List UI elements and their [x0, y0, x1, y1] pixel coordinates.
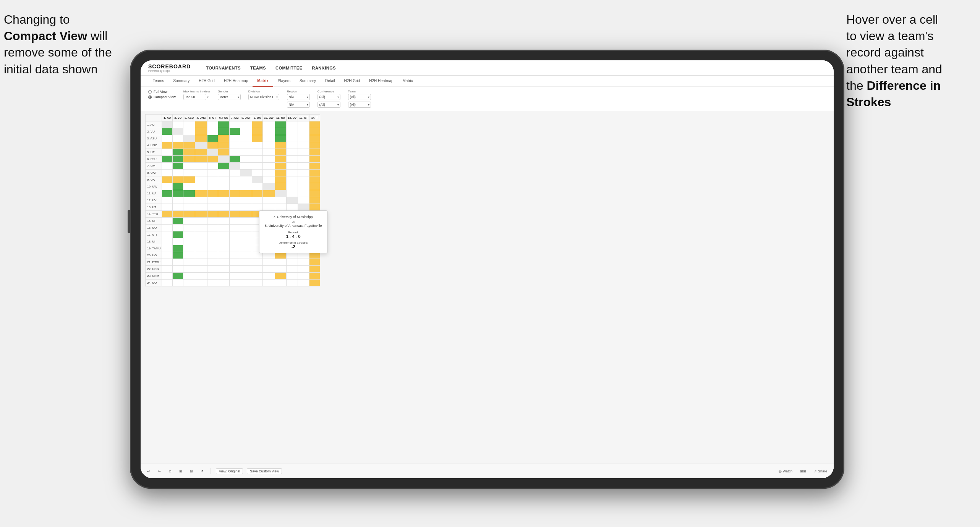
- matrix-cell[interactable]: [207, 135, 218, 142]
- matrix-cell[interactable]: [183, 252, 195, 259]
- matrix-cell[interactable]: [162, 231, 173, 238]
- matrix-cell[interactable]: [183, 197, 195, 204]
- matrix-cell[interactable]: [262, 170, 275, 176]
- matrix-cell[interactable]: [230, 266, 240, 273]
- matrix-cell[interactable]: [173, 142, 183, 149]
- matrix-cell[interactable]: [218, 163, 229, 170]
- matrix-cell[interactable]: [298, 128, 309, 135]
- matrix-cell[interactable]: [230, 225, 240, 231]
- matrix-cell[interactable]: [173, 259, 183, 266]
- matrix-cell[interactable]: [287, 121, 298, 128]
- matrix-cell[interactable]: [275, 259, 286, 266]
- matrix-cell[interactable]: [309, 273, 320, 280]
- matrix-cell[interactable]: [298, 266, 309, 273]
- matrix-cell[interactable]: [262, 156, 275, 163]
- matrix-cell[interactable]: [298, 273, 309, 280]
- filter-max-teams-select[interactable]: Top 50: [183, 94, 206, 100]
- matrix-cell[interactable]: [195, 280, 207, 286]
- matrix-cell[interactable]: [218, 128, 229, 135]
- matrix-cell[interactable]: [162, 204, 173, 211]
- matrix-cell[interactable]: [240, 170, 252, 176]
- matrix-cell[interactable]: [287, 170, 298, 176]
- matrix-cell[interactable]: [195, 231, 207, 238]
- matrix-cell[interactable]: [218, 280, 229, 286]
- matrix-cell[interactable]: [183, 238, 195, 245]
- matrix-cell[interactable]: [262, 183, 275, 190]
- toolbar-refresh[interactable]: ⊘: [167, 469, 173, 474]
- matrix-cell[interactable]: [173, 211, 183, 218]
- matrix-cell[interactable]: [162, 266, 173, 273]
- matrix-cell[interactable]: [218, 190, 229, 197]
- matrix-cell[interactable]: [309, 128, 320, 135]
- matrix-cell[interactable]: [173, 135, 183, 142]
- matrix-cell[interactable]: [183, 259, 195, 266]
- matrix-cell[interactable]: [162, 218, 173, 225]
- matrix-cell[interactable]: [230, 128, 240, 135]
- matrix-cell[interactable]: [183, 170, 195, 176]
- matrix-cell[interactable]: [173, 245, 183, 252]
- matrix-cell[interactable]: [218, 183, 229, 190]
- matrix-cell[interactable]: [240, 225, 252, 231]
- matrix-cell[interactable]: [262, 204, 275, 211]
- matrix-cell[interactable]: [240, 121, 252, 128]
- matrix-cell[interactable]: [275, 280, 286, 286]
- matrix-cell[interactable]: [207, 218, 218, 225]
- matrix-cell[interactable]: [252, 190, 262, 197]
- matrix-cell[interactable]: [309, 170, 320, 176]
- filter-team-select[interactable]: (All): [348, 94, 371, 100]
- filter-region-select[interactable]: N/A: [287, 94, 310, 100]
- matrix-cell[interactable]: [309, 183, 320, 190]
- matrix-cell[interactable]: [309, 156, 320, 163]
- matrix-cell[interactable]: [162, 142, 173, 149]
- matrix-cell[interactable]: [275, 190, 286, 197]
- matrix-cell[interactable]: [309, 190, 320, 197]
- matrix-cell[interactable]: [230, 280, 240, 286]
- matrix-cell[interactable]: [262, 121, 275, 128]
- matrix-cell[interactable]: [162, 183, 173, 190]
- matrix-cell[interactable]: [207, 225, 218, 231]
- matrix-cell[interactable]: [240, 142, 252, 149]
- matrix-cell[interactable]: [195, 259, 207, 266]
- matrix-cell[interactable]: [218, 238, 229, 245]
- matrix-cell[interactable]: [240, 273, 252, 280]
- matrix-cell[interactable]: [275, 156, 286, 163]
- matrix-cell[interactable]: [275, 204, 286, 211]
- matrix-cell[interactable]: [240, 238, 252, 245]
- matrix-cell[interactable]: [230, 135, 240, 142]
- matrix-cell[interactable]: [240, 204, 252, 211]
- matrix-cell[interactable]: [298, 121, 309, 128]
- matrix-cell[interactable]: [195, 142, 207, 149]
- matrix-cell[interactable]: [183, 183, 195, 190]
- matrix-cell[interactable]: [218, 135, 229, 142]
- matrix-cell[interactable]: [252, 163, 262, 170]
- matrix-cell[interactable]: [218, 149, 229, 156]
- matrix-cell[interactable]: [240, 128, 252, 135]
- matrix-cell[interactable]: [240, 266, 252, 273]
- matrix-cell[interactable]: [252, 273, 262, 280]
- matrix-cell[interactable]: [262, 128, 275, 135]
- matrix-cell[interactable]: [207, 252, 218, 259]
- matrix-cell[interactable]: [230, 259, 240, 266]
- matrix-cell[interactable]: [173, 218, 183, 225]
- matrix-cell[interactable]: [173, 149, 183, 156]
- matrix-cell[interactable]: [252, 135, 262, 142]
- matrix-cell[interactable]: [207, 142, 218, 149]
- tab-detail[interactable]: Detail: [321, 76, 340, 87]
- matrix-cell[interactable]: [173, 121, 183, 128]
- matrix-cell[interactable]: [195, 121, 207, 128]
- matrix-cell[interactable]: [195, 204, 207, 211]
- tab-matrix2[interactable]: Matrix: [398, 76, 418, 87]
- matrix-cell[interactable]: [195, 197, 207, 204]
- matrix-cell[interactable]: [207, 163, 218, 170]
- matrix-cell[interactable]: [173, 252, 183, 259]
- matrix-cell[interactable]: [252, 128, 262, 135]
- matrix-cell[interactable]: [230, 149, 240, 156]
- matrix-cell[interactable]: [230, 163, 240, 170]
- toolbar-save-custom[interactable]: Save Custom View: [247, 468, 282, 474]
- matrix-cell[interactable]: [207, 128, 218, 135]
- matrix-cell[interactable]: [207, 238, 218, 245]
- matrix-cell[interactable]: [218, 170, 229, 176]
- matrix-cell[interactable]: [252, 204, 262, 211]
- matrix-cell[interactable]: [162, 190, 173, 197]
- matrix-cell[interactable]: [207, 211, 218, 218]
